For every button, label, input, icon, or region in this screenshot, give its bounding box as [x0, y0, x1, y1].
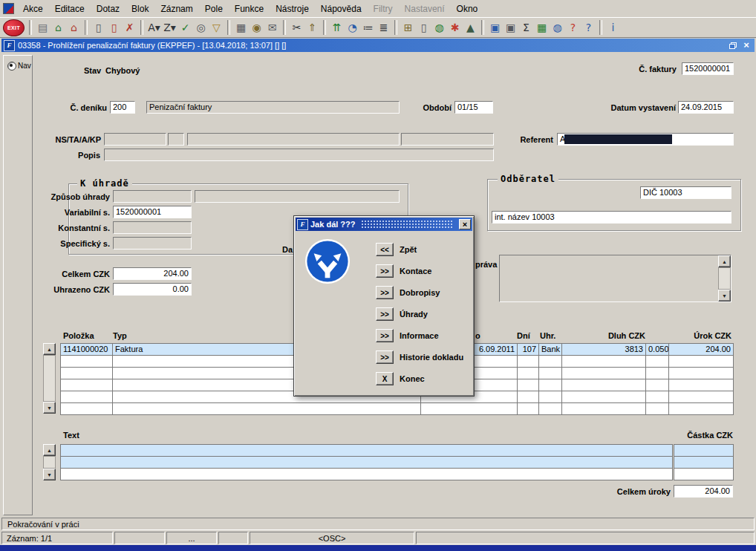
help-icon[interactable]: ?: [581, 20, 596, 36]
zprava-scroll-up-button[interactable]: ▲: [718, 255, 731, 267]
datum-vystaveni-field[interactable]: 24.09.2015: [678, 101, 734, 114]
table-cell-pct[interactable]: [646, 391, 669, 403]
list-icon[interactable]: ≣: [376, 20, 391, 36]
zpusob-uhrady-name-field[interactable]: [195, 190, 400, 203]
table-cell-uhr[interactable]: [539, 403, 562, 415]
accept-icon[interactable]: ✓: [177, 20, 193, 36]
dialog-button-dobropisy[interactable]: >>: [376, 286, 394, 299]
castka-row-cell[interactable]: [674, 445, 734, 457]
obdobi-field[interactable]: 01/15: [454, 101, 493, 114]
window-icon[interactable]: ▣: [503, 20, 518, 36]
table-cell-dluh[interactable]: [562, 403, 646, 415]
menu-dotaz[interactable]: Dotaz: [91, 1, 126, 16]
print-icon[interactable]: ▦: [233, 20, 249, 36]
table-cell-dni[interactable]: [518, 391, 539, 403]
cut-icon[interactable]: ✂: [289, 20, 304, 36]
assist-icon[interactable]: ?: [565, 20, 581, 36]
info-icon[interactable]: i: [605, 20, 621, 36]
text-row-cell[interactable]: [61, 457, 673, 469]
table-cell-dni[interactable]: 107: [518, 344, 539, 356]
dialog-button-uhrady[interactable]: >>: [376, 307, 394, 321]
table-cell-uhr[interactable]: [539, 391, 562, 403]
table-cell-uhr[interactable]: Bank: [539, 344, 562, 356]
ns-field-1[interactable]: [104, 133, 166, 146]
zprava-scroll-track[interactable]: [718, 267, 731, 290]
text-scroll-track[interactable]: [43, 456, 56, 469]
menu-editace[interactable]: Editace: [49, 1, 91, 16]
nazev-field[interactable]: int. název 10003: [492, 211, 731, 224]
table-cell-dni[interactable]: [518, 379, 539, 391]
table-cell-uhr[interactable]: [539, 379, 562, 391]
ns-field-4[interactable]: [401, 133, 494, 146]
c-faktury-field[interactable]: 1520000001: [682, 62, 734, 75]
table-cell-uhr[interactable]: [539, 356, 562, 368]
sort-asc-icon[interactable]: A▾: [146, 20, 162, 36]
exit-button[interactable]: EXIT: [3, 19, 25, 36]
table-cell-polozka[interactable]: [61, 368, 113, 379]
table-cell-polozka[interactable]: 1141000020: [61, 344, 113, 356]
table-cell-pct[interactable]: [646, 379, 669, 391]
dialog-button-zpet[interactable]: <<: [376, 243, 394, 256]
table-cell-pct[interactable]: [646, 368, 669, 379]
document-icon[interactable]: ▯: [416, 20, 431, 36]
menu-nastroje[interactable]: Nástroje: [270, 1, 315, 16]
ns-field-2[interactable]: [168, 133, 184, 146]
table-cell-uhr[interactable]: [539, 368, 562, 379]
celkem-uroky-field[interactable]: 204.00: [674, 485, 733, 498]
table-cell-pct[interactable]: [646, 356, 669, 368]
window-restore-button[interactable]: [727, 40, 739, 50]
konstantni-field[interactable]: [113, 221, 192, 234]
doc-delete-icon[interactable]: ✗: [122, 20, 137, 36]
zoom-icon[interactable]: ◔: [345, 20, 360, 36]
bank-minus-icon[interactable]: ⌂: [66, 20, 82, 36]
zprava-scroll-down-button[interactable]: ▼: [718, 290, 731, 301]
table-cell-dni[interactable]: [518, 368, 539, 379]
table-cell-dluh[interactable]: [562, 391, 646, 403]
sort-desc-icon[interactable]: Z▾: [162, 20, 177, 36]
variabilni-field[interactable]: 1520000001: [113, 206, 192, 218]
mountain-icon[interactable]: ▲: [463, 20, 478, 36]
table-cell-dni[interactable]: [518, 356, 539, 368]
table-cell-urok[interactable]: [669, 379, 734, 391]
export-window-icon[interactable]: ▣: [487, 20, 503, 36]
menu-okno[interactable]: Okno: [451, 1, 484, 16]
menu-zaznam[interactable]: Záznam: [154, 1, 198, 16]
excel-icon[interactable]: ▦: [534, 20, 550, 36]
list-values-icon[interactable]: ≔: [360, 20, 376, 36]
referent-field[interactable]: A: [557, 133, 734, 146]
doc-link-icon[interactable]: ▯: [106, 20, 122, 36]
table-scroll-down-button[interactable]: ▼: [43, 402, 56, 414]
table-cell-urok[interactable]: [669, 368, 734, 379]
celkem-czk-field[interactable]: 204.00: [113, 267, 192, 280]
preview-icon[interactable]: ◉: [249, 20, 264, 36]
menu-pole[interactable]: Pole: [199, 1, 229, 16]
table-cell-datum[interactable]: [421, 403, 518, 415]
table-cell-urok[interactable]: [669, 356, 734, 368]
text-scroll-down-button[interactable]: ▼: [43, 469, 56, 480]
menu-blok[interactable]: Blok: [126, 1, 154, 16]
table-cell-dluh[interactable]: [562, 356, 646, 368]
bank-plus-icon[interactable]: ⌂: [50, 20, 66, 36]
menu-napoveda[interactable]: Nápověda: [315, 1, 368, 16]
table-cell-dni[interactable]: [518, 403, 539, 415]
text-row-cell[interactable]: [61, 469, 673, 480]
specificky-field[interactable]: [113, 237, 192, 250]
menu-akce[interactable]: Akce: [17, 1, 49, 16]
search-icon[interactable]: ◎: [193, 20, 209, 36]
menu-funkce[interactable]: Funkce: [229, 1, 270, 16]
mdi-titlebar[interactable]: F 03358 - Prohlížení penalizační faktury…: [1, 39, 755, 52]
sum-icon[interactable]: Σ: [518, 20, 534, 36]
table-cell-dluh[interactable]: [562, 368, 646, 379]
castka-row-cell[interactable]: [674, 457, 734, 469]
c-deniku-name-field[interactable]: Penizační faktury: [146, 101, 400, 114]
table-cell-polozka[interactable]: [61, 356, 113, 368]
stamp-icon[interactable]: ▤: [35, 20, 50, 36]
ns-field-3[interactable]: [187, 133, 400, 146]
popis-field[interactable]: [104, 149, 494, 161]
table-cell-urok[interactable]: [669, 403, 734, 415]
dialog-button-kontace[interactable]: >>: [376, 264, 394, 278]
table-cell-urok[interactable]: [669, 391, 734, 403]
table-cell-typ[interactable]: [113, 403, 421, 415]
dic-field[interactable]: DIČ 10003: [640, 186, 731, 199]
window-close-button[interactable]: ×: [740, 40, 752, 50]
